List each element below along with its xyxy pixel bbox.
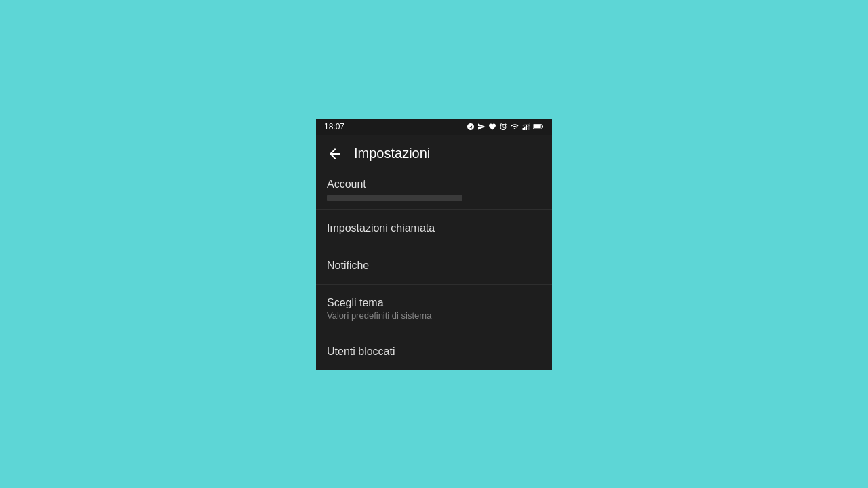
header-title: Impostazioni [354, 146, 430, 161]
settings-list: Account Impostazioni chiamata Notifiche … [316, 173, 552, 370]
status-icons [467, 122, 544, 131]
svg-rect-6 [542, 125, 543, 127]
settings-item-title: Scegli tema [327, 297, 541, 309]
svg-rect-1 [524, 127, 526, 130]
svg-rect-3 [528, 124, 529, 130]
svg-rect-0 [523, 128, 524, 130]
account-value-bar [327, 195, 462, 201]
settings-item-title: Utenti bloccati [327, 346, 541, 358]
location-icon [477, 122, 486, 131]
account-item[interactable]: Account [316, 173, 552, 210]
settings-item-title: Impostazioni chiamata [327, 222, 541, 235]
account-label: Account [327, 178, 541, 190]
settings-item-utenti-bloccati[interactable]: Utenti bloccati [316, 333, 552, 370]
status-time: 18:07 [324, 122, 344, 131]
app-header: Impostazioni [316, 135, 552, 173]
settings-item-scegli-tema[interactable]: Scegli tema Valori predefiniti di sistem… [316, 285, 552, 333]
status-bar: 18:07 [316, 119, 552, 135]
back-button[interactable] [327, 146, 343, 162]
svg-rect-4 [530, 123, 531, 131]
settings-item-subtitle: Valori predefiniti di sistema [327, 310, 541, 321]
wifi-icon [510, 122, 519, 131]
phone-container: 18:07 [316, 119, 552, 370]
alarm-icon [499, 122, 507, 131]
health-icon [488, 122, 496, 131]
telegram-icon [467, 122, 475, 131]
battery-icon [533, 122, 544, 131]
svg-rect-7 [534, 125, 541, 129]
svg-rect-2 [526, 125, 528, 130]
signal-icon [522, 122, 530, 131]
settings-item-impostazioni-chiamata[interactable]: Impostazioni chiamata [316, 210, 552, 247]
settings-item-notifiche[interactable]: Notifiche [316, 247, 552, 285]
settings-item-title: Notifiche [327, 260, 541, 272]
